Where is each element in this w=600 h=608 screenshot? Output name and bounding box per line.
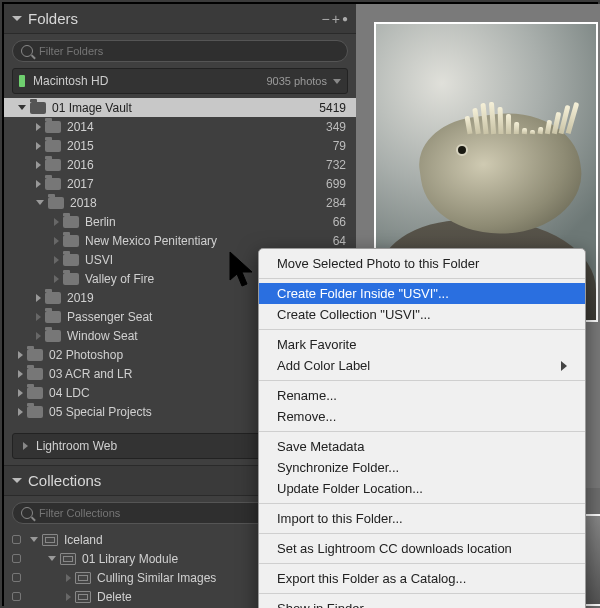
menu-item-label: Create Collection "USVI"... xyxy=(277,307,431,322)
chevron-right-icon[interactable] xyxy=(36,294,41,302)
menu-item-label: Set as Lightroom CC downloads location xyxy=(277,541,512,556)
chevron-right-icon[interactable] xyxy=(18,370,23,378)
menu-item[interactable]: Rename... xyxy=(259,385,585,406)
chevron-right-icon[interactable] xyxy=(54,218,59,226)
folder-row[interactable]: 2014349 xyxy=(4,117,356,136)
chevron-down-icon[interactable] xyxy=(36,200,44,205)
chevron-down-icon[interactable] xyxy=(12,478,22,483)
menu-separator xyxy=(259,503,585,504)
folder-icon xyxy=(27,368,43,380)
folder-label: 2016 xyxy=(67,158,312,172)
filter-folders-input[interactable] xyxy=(39,45,339,57)
minus-icon[interactable]: − xyxy=(322,11,330,27)
collection-set-icon xyxy=(42,534,58,546)
lightroom-web-label: Lightroom Web xyxy=(36,439,117,453)
folder-icon xyxy=(45,178,61,190)
context-menu: Move Selected Photo to this FolderCreate… xyxy=(258,248,586,608)
chevron-right-icon[interactable] xyxy=(36,332,41,340)
volume-row[interactable]: Macintosh HD 9035 photos xyxy=(12,68,348,94)
volume-count: 9035 photos xyxy=(266,75,327,87)
sync-checkbox[interactable] xyxy=(12,535,21,544)
folder-row[interactable]: 2018284 xyxy=(4,193,356,212)
volume-status-icon xyxy=(19,75,25,87)
chevron-right-icon[interactable] xyxy=(54,275,59,283)
chevron-down-icon[interactable] xyxy=(48,556,56,561)
sync-checkbox[interactable] xyxy=(12,573,21,582)
folder-icon xyxy=(63,216,79,228)
chevron-right-icon[interactable] xyxy=(66,574,71,582)
chevron-right-icon[interactable] xyxy=(66,593,71,601)
search-icon xyxy=(21,507,33,519)
plus-icon[interactable]: + xyxy=(332,11,340,27)
menu-separator xyxy=(259,593,585,594)
search-icon xyxy=(21,45,33,57)
chevron-right-icon[interactable] xyxy=(18,351,23,359)
chevron-right-icon[interactable] xyxy=(54,237,59,245)
folder-row[interactable]: 201579 xyxy=(4,136,356,155)
menu-item[interactable]: Show in Finder xyxy=(259,598,585,608)
chevron-down-icon[interactable] xyxy=(30,537,38,542)
folder-icon xyxy=(30,102,46,114)
folder-label: 2017 xyxy=(67,177,312,191)
menu-item[interactable]: Update Folder Location... xyxy=(259,478,585,499)
menu-item-label: Export this Folder as a Catalog... xyxy=(277,571,466,586)
menu-item[interactable]: Create Folder Inside "USVI"... xyxy=(259,283,585,304)
menu-item[interactable]: Create Collection "USVI"... xyxy=(259,304,585,325)
chevron-right-icon[interactable] xyxy=(36,161,41,169)
dot-icon[interactable]: ● xyxy=(342,13,348,24)
chevron-down-icon[interactable] xyxy=(333,79,341,84)
iguana-spikes xyxy=(466,84,586,134)
chevron-right-icon[interactable] xyxy=(18,389,23,397)
folders-panel-header[interactable]: Folders − + ● xyxy=(4,4,356,34)
folder-label: Berlin xyxy=(85,215,312,229)
collection-icon xyxy=(75,591,91,603)
folder-count: 5419 xyxy=(312,101,346,115)
folder-icon xyxy=(45,292,61,304)
menu-item-label: Create Folder Inside "USVI"... xyxy=(277,286,449,301)
menu-item[interactable]: Save Metadata xyxy=(259,436,585,457)
folder-icon xyxy=(63,254,79,266)
menu-item-label: Mark Favorite xyxy=(277,337,356,352)
chevron-right-icon[interactable] xyxy=(36,123,41,131)
folder-row[interactable]: 2017699 xyxy=(4,174,356,193)
folder-row[interactable]: 01 Image Vault5419 xyxy=(4,98,356,117)
chevron-right-icon[interactable] xyxy=(36,180,41,188)
chevron-right-icon[interactable] xyxy=(54,256,59,264)
menu-item[interactable]: Add Color Label xyxy=(259,355,585,376)
menu-separator xyxy=(259,329,585,330)
collection-icon xyxy=(75,572,91,584)
menu-item[interactable]: Import to this Folder... xyxy=(259,508,585,529)
menu-item[interactable]: Synchronize Folder... xyxy=(259,457,585,478)
sync-checkbox[interactable] xyxy=(12,592,21,601)
folders-title: Folders xyxy=(28,10,322,27)
folder-icon xyxy=(27,349,43,361)
menu-item[interactable]: Move Selected Photo to this Folder xyxy=(259,253,585,274)
folder-count: 349 xyxy=(312,120,346,134)
folder-icon xyxy=(45,330,61,342)
folder-row[interactable]: 2016732 xyxy=(4,155,356,174)
chevron-right-icon[interactable] xyxy=(23,442,28,450)
menu-item[interactable]: Remove... xyxy=(259,406,585,427)
menu-item[interactable]: Export this Folder as a Catalog... xyxy=(259,568,585,589)
chevron-down-icon[interactable] xyxy=(18,105,26,110)
folder-count: 699 xyxy=(312,177,346,191)
menu-item[interactable]: Mark Favorite xyxy=(259,334,585,355)
chevron-right-icon[interactable] xyxy=(36,313,41,321)
menu-separator xyxy=(259,563,585,564)
sync-checkbox[interactable] xyxy=(12,554,21,563)
volume-name: Macintosh HD xyxy=(33,74,266,88)
chevron-down-icon[interactable] xyxy=(12,16,22,21)
menu-item[interactable]: Set as Lightroom CC downloads location xyxy=(259,538,585,559)
folder-label: 2014 xyxy=(67,120,312,134)
chevron-right-icon[interactable] xyxy=(18,408,23,416)
folder-count: 284 xyxy=(312,196,346,210)
folder-count: 64 xyxy=(312,234,346,248)
filter-folders[interactable] xyxy=(12,40,348,62)
menu-item-label: Add Color Label xyxy=(277,358,370,373)
folder-row[interactable]: Berlin66 xyxy=(4,212,356,231)
folder-label: 2015 xyxy=(67,139,312,153)
chevron-right-icon[interactable] xyxy=(36,142,41,150)
folder-label: 2018 xyxy=(70,196,312,210)
folder-count: 732 xyxy=(312,158,346,172)
folder-icon xyxy=(48,197,64,209)
